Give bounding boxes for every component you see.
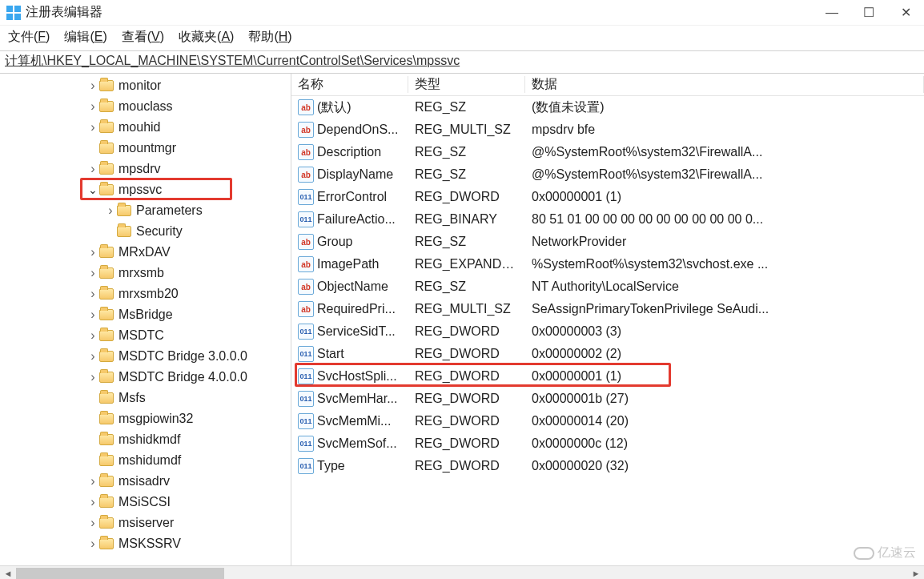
menu-file[interactable]: 文件(F)	[8, 29, 50, 46]
chevron-right-icon[interactable]: ›	[86, 287, 99, 301]
value-data: 0x00000014 (20)	[525, 414, 924, 428]
tree-item-label: mountmgr	[119, 141, 176, 155]
dword-value-icon: 011	[298, 436, 314, 452]
value-type: REG_DWORD	[408, 392, 525, 406]
scroll-right-icon[interactable]: ►	[910, 567, 922, 579]
value-type: REG_SZ	[408, 167, 525, 182]
column-type[interactable]: 类型	[408, 76, 525, 93]
string-value-icon: ab	[298, 279, 314, 295]
list-row[interactable]: abObjectNameREG_SZNT Authority\LocalServ…	[291, 275, 924, 298]
value-name: SvcMemSof...	[317, 436, 397, 451]
menu-view[interactable]: 查看(V)	[122, 29, 164, 46]
chevron-right-icon[interactable]: ›	[86, 516, 99, 530]
list-row[interactable]: 011SvcMemMi...REG_DWORD0x00000014 (20)	[291, 410, 924, 432]
tree-item-mouhid[interactable]: ›mouhid	[0, 117, 291, 138]
chevron-right-icon[interactable]: ›	[86, 245, 99, 259]
tree-item-mrxdav[interactable]: ›MRxDAV	[0, 242, 291, 263]
tree-item-mshidumdf[interactable]: mshidumdf	[0, 450, 291, 471]
tree-item-msbridge[interactable]: ›MsBridge	[0, 304, 291, 325]
chevron-right-icon[interactable]: ›	[86, 78, 99, 93]
tree-item-mountmgr[interactable]: mountmgr	[0, 138, 291, 159]
list-row[interactable]: abDependOnS...REG_MULTI_SZmpsdrv bfe	[291, 119, 924, 141]
list-row[interactable]: 011TypeREG_DWORD0x00000020 (32)	[291, 455, 924, 477]
tree-item-parameters[interactable]: ›Parameters	[0, 200, 291, 221]
value-data: 80 51 01 00 00 00 00 00 00 00 00 00 0...	[525, 212, 924, 227]
chevron-right-icon[interactable]: ›	[104, 203, 117, 218]
chevron-right-icon[interactable]: ›	[86, 537, 99, 551]
minimize-button[interactable]: —	[814, 0, 850, 26]
list-row[interactable]: 011SvcHostSpli...REG_DWORD0x00000001 (1)	[291, 365, 924, 388]
chevron-right-icon[interactable]: ›	[86, 162, 99, 176]
tree-item-mshidkmdf[interactable]: mshidkmdf	[0, 429, 291, 450]
tree-item-monitor[interactable]: ›monitor	[0, 75, 291, 96]
value-data: @%SystemRoot%\system32\FirewallA...	[525, 167, 924, 182]
tree-item-label: mpssvc	[119, 183, 162, 197]
tree-pane: ›monitor›mouclass›mouhidmountmgr›mpsdrv⌄…	[0, 74, 291, 565]
chevron-right-icon[interactable]: ›	[86, 266, 99, 280]
chevron-right-icon[interactable]: ›	[86, 349, 99, 364]
chevron-right-icon[interactable]: ›	[86, 370, 99, 384]
tree-item-mrxsmb[interactable]: ›mrxsmb	[0, 263, 291, 283]
dword-value-icon: 011	[298, 391, 314, 407]
tree-item-msfs[interactable]: Msfs	[0, 388, 291, 408]
tree-item-label: mpsdrv	[119, 162, 160, 176]
value-name: (默认)	[317, 99, 352, 116]
tree-item-msdtc[interactable]: ›MSDTC	[0, 325, 291, 346]
value-data: NT Authority\LocalService	[525, 279, 924, 294]
maximize-button[interactable]: ☐	[850, 0, 887, 26]
list-row[interactable]: 011SvcMemSof...REG_DWORD0x0000000c (12)	[291, 432, 924, 455]
tree-item-msiscsi[interactable]: ›MSiSCSI	[0, 492, 291, 513]
tree-item-label: Parameters	[136, 203, 203, 218]
list-row[interactable]: 011StartREG_DWORD0x00000002 (2)	[291, 343, 924, 365]
menu-edit[interactable]: 编辑(E)	[64, 29, 106, 46]
chevron-right-icon[interactable]: ›	[86, 474, 99, 489]
value-data: 0x00000020 (32)	[525, 459, 924, 473]
value-type: REG_DWORD	[408, 190, 525, 204]
chevron-right-icon[interactable]: ›	[86, 120, 99, 135]
chevron-right-icon[interactable]: ›	[86, 99, 99, 114]
tree-item-msdtc-bridge-4-0-0-0[interactable]: ›MSDTC Bridge 4.0.0.0	[0, 367, 291, 388]
list-row[interactable]: abDisplayNameREG_SZ@%SystemRoot%\system3…	[291, 163, 924, 186]
address-bar[interactable]: 计算机\HKEY_LOCAL_MACHINE\SYSTEM\CurrentCon…	[0, 50, 924, 74]
list-row[interactable]: abDescriptionREG_SZ@%SystemRoot%\system3…	[291, 141, 924, 163]
tree-item-msgpiowin32[interactable]: msgpiowin32	[0, 408, 291, 429]
chevron-right-icon[interactable]: ›	[86, 308, 99, 322]
tree-item-mpssvc[interactable]: ⌄mpssvc	[0, 179, 291, 200]
column-data[interactable]: 数据	[525, 76, 924, 93]
tree-item-label: mrxsmb	[119, 266, 164, 280]
value-data: 0x00000001 (1)	[525, 369, 924, 384]
list-row[interactable]: 011SvcMemHar...REG_DWORD0x0000001b (27)	[291, 388, 924, 410]
chevron-right-icon[interactable]: ›	[86, 328, 99, 343]
scroll-left-icon[interactable]: ◄	[2, 567, 14, 579]
list-row[interactable]: abRequiredPri...REG_MULTI_SZSeAssignPrim…	[291, 298, 924, 320]
list-row[interactable]: abImagePathREG_EXPAND_...%SystemRoot%\sy…	[291, 253, 924, 275]
menu-favorites[interactable]: 收藏夹(A)	[179, 29, 234, 46]
horizontal-scrollbar[interactable]: ◄ ►	[0, 566, 924, 579]
tree-item-msiserver[interactable]: ›msiserver	[0, 513, 291, 533]
close-button[interactable]: ✕	[887, 0, 924, 26]
scrollbar-thumb[interactable]	[16, 568, 224, 579]
value-data: 0x00000001 (1)	[525, 190, 924, 204]
menu-help[interactable]: 帮助(H)	[248, 29, 291, 46]
tree-item-mouclass[interactable]: ›mouclass	[0, 96, 291, 117]
tree-item-msisadrv[interactable]: ›msisadrv	[0, 471, 291, 492]
scrollbar-track[interactable]	[14, 568, 910, 579]
list-row[interactable]: 011FailureActio...REG_BINARY80 51 01 00 …	[291, 208, 924, 231]
folder-icon	[99, 184, 114, 195]
list-row[interactable]: abGroupREG_SZNetworkProvider	[291, 231, 924, 253]
folder-icon	[99, 288, 114, 300]
tree-item-msdtc-bridge-3-0-0-0[interactable]: ›MSDTC Bridge 3.0.0.0	[0, 346, 291, 367]
tree-item-mpsdrv[interactable]: ›mpsdrv	[0, 159, 291, 179]
tree-item-label: MSDTC Bridge 4.0.0.0	[119, 370, 247, 384]
list-row[interactable]: 011ServiceSidT...REG_DWORD0x00000003 (3)	[291, 320, 924, 343]
value-data: NetworkProvider	[525, 235, 924, 249]
value-type: REG_DWORD	[408, 369, 525, 384]
chevron-down-icon[interactable]: ⌄	[86, 183, 99, 196]
tree-item-mrxsmb20[interactable]: ›mrxsmb20	[0, 283, 291, 304]
column-name[interactable]: 名称	[291, 76, 408, 93]
list-row[interactable]: 011ErrorControlREG_DWORD0x00000001 (1)	[291, 186, 924, 208]
chevron-right-icon[interactable]: ›	[86, 495, 99, 509]
list-row[interactable]: ab(默认)REG_SZ(数值未设置)	[291, 96, 924, 119]
tree-item-mskssrv[interactable]: ›MSKSSRV	[0, 533, 291, 554]
tree-item-security[interactable]: Security	[0, 221, 291, 242]
